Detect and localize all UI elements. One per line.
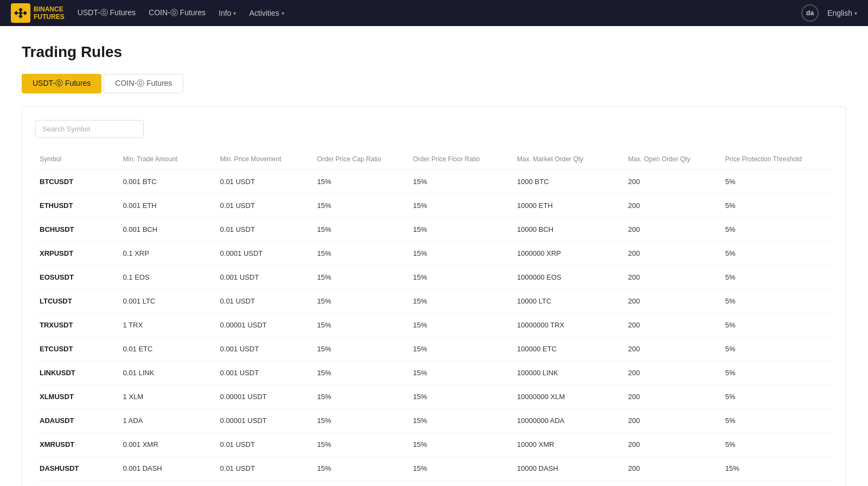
cell-value: 200	[624, 457, 721, 481]
nav-coin-futures[interactable]: COIN-⓪ Futures	[149, 8, 206, 18]
cell-value: 15%	[721, 457, 833, 481]
cell-value: 0.01 USDT	[216, 481, 313, 487]
tab-coin-futures[interactable]: COIN-⓪ Futures	[104, 74, 183, 93]
table-row: EOSUSDT0.1 EOS0.001 USDT15%15%1000000 EO…	[35, 266, 833, 289]
cell-value: 5%	[721, 385, 833, 409]
table-row: LTCUSDT0.001 LTC0.01 USDT15%15%10000 LTC…	[35, 289, 833, 313]
cell-value: 0.00001 USDT	[216, 313, 313, 337]
cell-value: 0.01 USDT	[216, 194, 313, 218]
cell-value: 0.01 USDT	[216, 289, 313, 313]
cell-value: 10000000 XLM	[513, 385, 624, 409]
cell-value: 10000 XMR	[513, 433, 624, 457]
table-row: XRPUSDT0.1 XRP0.0001 USDT15%15%1000000 X…	[35, 242, 833, 266]
table-container: Symbol Min. Trade Amount Min. Price Move…	[22, 106, 846, 486]
col-max-market-order-qty: Max. Market Order Qty	[513, 151, 624, 170]
table-row: BCHUSDT0.001 BCH0.01 USDT15%15%10000 BCH…	[35, 218, 833, 242]
cell-value: 15%	[409, 337, 513, 361]
cell-value: 200	[624, 385, 721, 409]
cell-value: 200	[624, 433, 721, 457]
cell-value: 0.00001 USDT	[216, 385, 313, 409]
cell-value: 15%	[409, 194, 513, 218]
avatar[interactable]: da	[801, 4, 819, 22]
cell-value: 5%	[721, 194, 833, 218]
cell-symbol: XRPUSDT	[35, 242, 118, 266]
cell-value: 200	[624, 409, 721, 433]
cell-value: 15%	[409, 457, 513, 481]
cell-value: 1 TRX	[118, 313, 215, 337]
table-row: ETCUSDT0.01 ETC0.001 USDT15%15%100000 ET…	[35, 337, 833, 361]
cell-value: 0.01 USDT	[216, 218, 313, 242]
cell-value: 200	[624, 481, 721, 487]
cell-value: 0.001 DASH	[118, 457, 215, 481]
cell-value: 15%	[409, 409, 513, 433]
logo-icon	[11, 3, 30, 23]
table-header: Symbol Min. Trade Amount Min. Price Move…	[35, 151, 833, 170]
cell-value: 15%	[313, 289, 409, 313]
page-content: Trading Rules USDT-⓪ Futures COIN-⓪ Futu…	[0, 26, 868, 486]
cell-value: 0.01 USDT	[216, 433, 313, 457]
cell-value: 10000000 ADA	[513, 409, 624, 433]
cell-value: 1 XLM	[118, 385, 215, 409]
col-max-open-order-qty: Max. Open Order Qty	[624, 151, 721, 170]
cell-value: 5%	[721, 337, 833, 361]
cell-value: 5%	[721, 218, 833, 242]
cell-symbol: LTCUSDT	[35, 289, 118, 313]
table-body: BTCUSDT0.001 BTC0.01 USDT15%15%1000 BTC2…	[35, 170, 833, 487]
table-row: TRXUSDT1 TRX0.00001 USDT15%15%10000000 T…	[35, 313, 833, 337]
cell-value: 15%	[313, 457, 409, 481]
logo[interactable]: BINANCE FUTURES	[11, 3, 65, 23]
cell-value: 0.001 XMR	[118, 433, 215, 457]
cell-value: 15%	[313, 337, 409, 361]
cell-value: 200	[624, 337, 721, 361]
cell-value: 5%	[721, 266, 833, 289]
table-row: ZECUSDT0.001 ZEC0.01 USDT15%15%10000 ZEC…	[35, 481, 833, 487]
cell-symbol: LINKUSDT	[35, 361, 118, 385]
cell-value: 0.001 BCH	[118, 218, 215, 242]
cell-value: 0.0001 USDT	[216, 242, 313, 266]
cell-value: 15%	[313, 433, 409, 457]
cell-value: 1000000 XRP	[513, 242, 624, 266]
cell-value: 0.001 ETH	[118, 194, 215, 218]
col-order-price-floor-ratio: Order Price Floor Ratio	[409, 151, 513, 170]
language-selector[interactable]: English ▾	[827, 9, 857, 17]
trading-rules-table: Symbol Min. Trade Amount Min. Price Move…	[35, 151, 833, 486]
cell-value: 0.1 EOS	[118, 266, 215, 289]
cell-value: 100000 ETC	[513, 337, 624, 361]
cell-symbol: ZECUSDT	[35, 481, 118, 487]
cell-value: 100000 LINK	[513, 361, 624, 385]
nav-activities-label: Activities	[249, 9, 279, 17]
nav-info-dropdown[interactable]: Info ▾	[219, 9, 236, 17]
nav-activities-dropdown[interactable]: Activities ▾	[249, 9, 284, 17]
cell-symbol: XLMUSDT	[35, 385, 118, 409]
cell-value: 15%	[313, 266, 409, 289]
cell-value: 15%	[313, 242, 409, 266]
cell-value: 200	[624, 170, 721, 194]
cell-symbol: ETCUSDT	[35, 337, 118, 361]
cell-symbol: DASHUSDT	[35, 457, 118, 481]
cell-value: 200	[624, 242, 721, 266]
cell-value: 0.01 USDT	[216, 457, 313, 481]
cell-value: 0.001 USDT	[216, 361, 313, 385]
cell-value: 5%	[721, 289, 833, 313]
cell-value: 15%	[409, 481, 513, 487]
cell-value: 0.01 LINK	[118, 361, 215, 385]
cell-value: 5%	[721, 409, 833, 433]
cell-value: 5%	[721, 313, 833, 337]
cell-value: 15%	[409, 266, 513, 289]
cell-value: 5%	[721, 170, 833, 194]
cell-value: 15%	[409, 313, 513, 337]
cell-value: 0.001 USDT	[216, 266, 313, 289]
cell-value: 15%	[409, 242, 513, 266]
cell-value: 5%	[721, 433, 833, 457]
cell-value: 15%	[409, 289, 513, 313]
cell-value: 200	[624, 289, 721, 313]
nav-info-chevron: ▾	[233, 10, 236, 16]
nav-activities-chevron: ▾	[282, 10, 284, 16]
cell-value: 15%	[313, 385, 409, 409]
search-input[interactable]	[35, 120, 144, 138]
col-min-price-movement: Min. Price Movement	[216, 151, 313, 170]
col-price-protection-threshold: Price Protection Threshold	[721, 151, 833, 170]
tab-usdt-futures[interactable]: USDT-⓪ Futures	[22, 74, 101, 93]
cell-value: 200	[624, 266, 721, 289]
nav-usdt-futures[interactable]: USDT-⓪ Futures	[78, 8, 136, 18]
